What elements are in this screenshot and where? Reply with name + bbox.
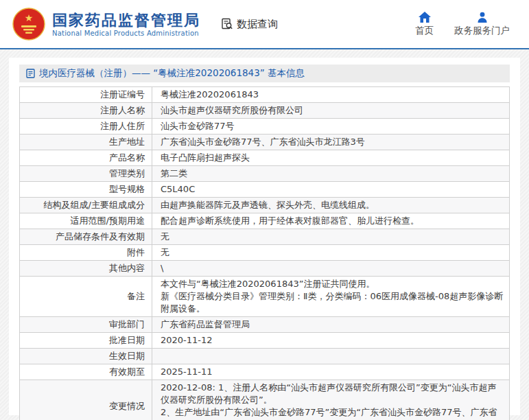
table-row: 结构及组成/主要组成成分由超声换能器阵元及声透镜、探头外壳、电缆线组成。 xyxy=(20,198,509,213)
table-row: 产品名称电子凸阵扇扫超声探头 xyxy=(20,150,509,166)
table-row: 批准日期2020-11-12 xyxy=(20,333,509,349)
row-value: 2020-12-08: 1、注册人名称由“汕头市超声仪器研究所有限公司”变更为“… xyxy=(152,380,509,420)
row-value: 无 xyxy=(152,245,509,260)
row-value: 第二类 xyxy=(152,166,509,181)
row-value: 无 xyxy=(152,229,509,244)
row-value: 广东省汕头市金砂路77号、广东省汕头市龙江路3号 xyxy=(152,135,509,150)
table-row: 注册人住所汕头市金砂路77号 xyxy=(20,119,509,135)
row-value: 电子凸阵扇扫超声探头 xyxy=(152,150,509,165)
svg-text:★: ★ xyxy=(25,12,34,23)
table-row: 注册证编号粤械注准20202061843 xyxy=(20,87,509,103)
row-label: 管理类别 xyxy=(20,166,152,181)
row-value: 2020-11-12 xyxy=(152,333,509,348)
row-label: 适用范围/预期用途 xyxy=(20,213,152,229)
document-search-icon xyxy=(221,18,233,30)
org-name-en: National Medical Products Administration xyxy=(52,30,200,37)
table-row: 其他内容\ xyxy=(20,261,509,277)
row-label: 其他内容 xyxy=(20,261,152,276)
table-row: 适用范围/预期用途配合超声诊断系统使用，用于经体表对腹部器官、胎儿进行检查。 xyxy=(20,213,509,229)
nav-portal-label: 政务服务门户 xyxy=(454,25,510,37)
data-query-nav[interactable]: 数据查询 xyxy=(221,18,278,31)
table-row: 生产地址广东省汕头市金砂路77号、广东省汕头市龙江路3号 xyxy=(20,135,509,150)
row-value: 汕头市金砂路77号 xyxy=(152,119,509,134)
row-label: 审批部门 xyxy=(20,317,152,332)
row-label: 产品名称 xyxy=(20,150,152,165)
row-label: 生效日期 xyxy=(20,349,152,364)
page-title-bar: 境内医疗器械（注册）—— “粤械注准20202061843” 基本信息 xyxy=(19,65,510,82)
nav-portal[interactable]: 政务服务门户 xyxy=(454,12,510,37)
user-icon xyxy=(477,12,488,23)
table-row: 变更情况2020-12-08: 1、注册人名称由“汕头市超声仪器研究所有限公司”… xyxy=(20,380,509,420)
table-row: 管理类别第二类 xyxy=(20,166,509,182)
org-name-cn: 国家药品监督管理局 xyxy=(52,12,200,30)
row-label: 附件 xyxy=(20,245,152,260)
table-row: 注册人名称汕头市超声仪器研究所股份有限公司 xyxy=(20,103,509,119)
nmpa-logo[interactable]: ★ 国家药品监督管理局 National Medical Products Ad… xyxy=(12,8,200,40)
nav-home-label: 首页 xyxy=(415,25,434,37)
row-value: 广东省药品监督管理局 xyxy=(152,317,509,332)
row-value: C5L40C xyxy=(152,182,509,197)
logo-text: 国家药品监督管理局 National Medical Products Admi… xyxy=(52,12,200,37)
page-title: 境内医疗器械（注册）—— “粤械注准20202061843” 基本信息 xyxy=(39,67,305,80)
table-row: 生效日期 xyxy=(20,349,509,364)
row-value: 配合超声诊断系统使用，用于经体表对腹部器官、胎儿进行检查。 xyxy=(152,213,509,229)
row-value: 本文件与“粤械注准20202061843”注册证共同使用。 新《医疗器械分类目录… xyxy=(152,277,509,316)
row-label: 有效期至 xyxy=(20,364,152,380)
home-icon xyxy=(419,12,431,23)
row-label: 变更情况 xyxy=(20,380,152,420)
document-icon xyxy=(26,69,35,78)
content-panel: 境内医疗器械（注册）—— “粤械注准20202061843” 基本信息 注册证编… xyxy=(9,58,520,415)
row-value: 由超声换能器阵元及声透镜、探头外壳、电缆线组成。 xyxy=(152,198,509,213)
row-value: \ xyxy=(152,261,509,276)
row-value: 汕头市超声仪器研究所股份有限公司 xyxy=(152,103,509,118)
info-table: 注册证编号粤械注准20202061843 注册人名称汕头市超声仪器研究所股份有限… xyxy=(19,86,510,420)
row-label: 生产地址 xyxy=(20,135,152,150)
data-query-label: 数据查询 xyxy=(237,18,278,31)
table-row: 型号规格C5L40C xyxy=(20,182,509,198)
row-value: 粤械注准20202061843 xyxy=(152,87,509,102)
table-row: 有效期至2025-11-11 xyxy=(20,364,509,380)
nav-home[interactable]: 首页 xyxy=(415,12,434,37)
site-header: ★ 国家药品监督管理局 National Medical Products Ad… xyxy=(0,0,529,49)
table-row: 审批部门广东省药品监督管理局 xyxy=(20,317,509,333)
table-row: 产品储存条件及有效期无 xyxy=(20,229,509,245)
row-label: 产品储存条件及有效期 xyxy=(20,229,152,244)
row-label: 注册证编号 xyxy=(20,87,152,102)
row-label: 备注 xyxy=(20,277,152,316)
row-value: 2025-11-11 xyxy=(152,364,509,380)
national-emblem-icon: ★ xyxy=(12,8,45,40)
row-label: 注册人住所 xyxy=(20,119,152,134)
header-nav: 首页 政务服务门户 xyxy=(415,12,517,37)
row-label: 型号规格 xyxy=(20,182,152,197)
row-label: 结构及组成/主要组成成分 xyxy=(20,198,152,213)
row-label: 批准日期 xyxy=(20,333,152,348)
row-label: 注册人名称 xyxy=(20,103,152,118)
row-value xyxy=(152,349,509,364)
table-row: 备注本文件与“粤械注准20202061843”注册证共同使用。 新《医疗器械分类… xyxy=(20,277,509,317)
table-row: 附件无 xyxy=(20,245,509,261)
